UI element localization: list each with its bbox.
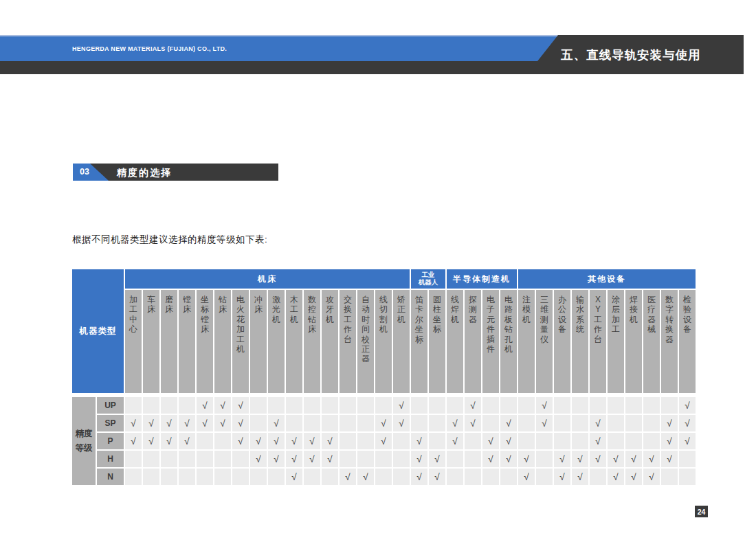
- column-header: 电路板钻孔机: [500, 290, 517, 393]
- check-cell: [322, 397, 338, 414]
- check-cell: [161, 397, 177, 414]
- check-cell: √: [536, 415, 553, 431]
- check-cell: √: [608, 469, 624, 485]
- section-number: 03: [73, 164, 96, 181]
- check-cell: √: [232, 397, 249, 414]
- column-header: 坐标镗床: [197, 290, 213, 393]
- check-cell: √: [625, 451, 642, 467]
- check-cell: √: [572, 469, 588, 485]
- column-header: 加工中心: [125, 290, 142, 393]
- check-cell: √: [429, 469, 445, 485]
- check-cell: √: [375, 433, 392, 449]
- column-header: 圆柱坐标: [429, 290, 445, 393]
- check-cell: √: [625, 469, 642, 485]
- check-cell: [536, 433, 553, 449]
- check-cell: [590, 397, 606, 414]
- check-cell: √: [679, 415, 696, 431]
- check-cell: [643, 397, 660, 414]
- check-cell: √: [161, 433, 177, 449]
- grade-row-label: UP: [97, 397, 124, 414]
- check-cell: √: [286, 451, 302, 467]
- check-cell: [482, 469, 499, 485]
- grade-row-label: H: [97, 451, 124, 467]
- check-cell: [357, 433, 374, 449]
- check-cell: √: [500, 433, 517, 449]
- check-cell: [411, 415, 427, 431]
- check-cell: [465, 469, 481, 485]
- column-header: 镗床: [179, 290, 195, 393]
- check-cell: [214, 469, 231, 485]
- check-cell: [125, 469, 142, 485]
- header-blue-band: HENGERDA NEW MATERIALS (FUJIAN) CO., LTD…: [0, 35, 558, 61]
- column-header: 检验设备: [679, 290, 696, 393]
- column-header: 交换工作台: [340, 290, 356, 393]
- check-cell: √: [643, 451, 660, 467]
- column-header: 攻牙机: [322, 290, 338, 393]
- document-page: HENGERDA NEW MATERIALS (FUJIAN) CO., LTD…: [0, 0, 756, 551]
- check-cell: [643, 415, 660, 431]
- check-cell: [197, 451, 213, 467]
- check-cell: √: [214, 415, 231, 431]
- check-cell: [590, 469, 606, 485]
- check-cell: √: [268, 433, 285, 449]
- check-cell: [179, 397, 195, 414]
- company-name: HENGERDA NEW MATERIALS (FUJIAN) CO., LTD…: [72, 35, 227, 61]
- column-header: 车床: [143, 290, 159, 393]
- check-cell: [340, 397, 356, 414]
- column-header: 笛卡尔坐标: [411, 290, 427, 393]
- check-cell: √: [197, 415, 213, 431]
- check-cell: √: [554, 469, 570, 485]
- column-header: 输水系统: [572, 290, 588, 393]
- check-cell: √: [393, 397, 410, 414]
- column-header: 冲床: [250, 290, 267, 393]
- check-cell: [518, 433, 535, 449]
- check-cell: [250, 415, 267, 431]
- check-cell: √: [250, 451, 267, 467]
- check-cell: √: [143, 433, 159, 449]
- check-cell: [643, 433, 660, 449]
- check-cell: √: [661, 451, 678, 467]
- intro-text: 根据不同机器类型建议选择的精度等级如下表:: [72, 234, 267, 246]
- check-cell: √: [518, 451, 535, 467]
- check-cell: √: [500, 415, 517, 431]
- check-cell: [357, 415, 374, 431]
- page-header: HENGERDA NEW MATERIALS (FUJIAN) CO., LTD…: [0, 35, 744, 74]
- page-number: 24: [695, 506, 708, 517]
- column-header: 医疗器械: [643, 290, 660, 393]
- check-cell: [447, 397, 463, 414]
- check-cell: [143, 469, 159, 485]
- check-cell: [304, 397, 320, 414]
- column-header: 三维测量仪: [536, 290, 553, 393]
- check-cell: √: [357, 469, 374, 485]
- check-cell: √: [643, 469, 660, 485]
- check-cell: [125, 451, 142, 467]
- column-header: 涂层加工: [608, 290, 624, 393]
- check-cell: √: [465, 415, 481, 431]
- check-cell: [286, 415, 302, 431]
- check-cell: [393, 451, 410, 467]
- check-cell: √: [322, 451, 338, 467]
- check-cell: √: [179, 433, 195, 449]
- category-header: 半导体制造机: [447, 269, 517, 289]
- check-cell: [411, 397, 427, 414]
- check-cell: [608, 415, 624, 431]
- check-cell: √: [375, 415, 392, 431]
- check-cell: [214, 433, 231, 449]
- check-cell: [554, 433, 570, 449]
- check-cell: √: [482, 433, 499, 449]
- precision-selection-table: 机器类型机床工业机器人半导体制造机其他设备加工中心车床磨床镗床坐标镗床钻床电火花…: [72, 269, 696, 485]
- check-cell: [375, 469, 392, 485]
- check-cell: √: [161, 415, 177, 431]
- column-header: 激光机: [268, 290, 285, 393]
- check-cell: √: [411, 469, 427, 485]
- check-cell: [375, 451, 392, 467]
- check-cell: √: [465, 397, 481, 414]
- check-cell: √: [661, 433, 678, 449]
- column-header: 办公设备: [554, 290, 570, 393]
- check-cell: √: [286, 433, 302, 449]
- check-cell: √: [554, 451, 570, 467]
- check-cell: [661, 397, 678, 414]
- check-cell: √: [572, 451, 588, 467]
- check-cell: [518, 415, 535, 431]
- column-header: 磨床: [161, 290, 177, 393]
